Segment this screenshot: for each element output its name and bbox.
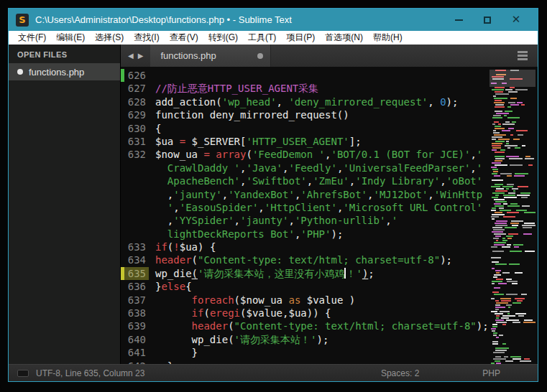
- code-text: ApacheBench','Swiftbot','ZmEu','Indy Lib…: [149, 174, 538, 187]
- code-line[interactable]: 642 }: [121, 360, 538, 364]
- sublime-logo-icon: S: [16, 14, 29, 27]
- code-line[interactable]: 630{: [121, 122, 538, 135]
- code-line[interactable]: ApacheBench','Swiftbot','ZmEu','Indy Lib…: [121, 174, 538, 187]
- indentation-setting[interactable]: Spaces: 2: [381, 368, 419, 378]
- line-number: [124, 162, 149, 174]
- line-number: 627: [124, 82, 149, 95]
- line-number: 637: [124, 294, 149, 307]
- code-text: $now_ua = array('FeedDemon ','BOT/0.1 (B…: [149, 148, 538, 161]
- tab-bar: ◀ ▶ functions.php: [121, 45, 538, 67]
- line-number: [124, 228, 149, 241]
- code-text: }else{: [149, 280, 538, 293]
- open-files-header: OPEN FILES: [9, 45, 120, 63]
- line-number: 629: [124, 108, 149, 121]
- tab-modified-dot-icon: [257, 53, 263, 59]
- code-text: ,'YYSpider','jaunty','Python-urllib',': [149, 214, 538, 227]
- sublime-window: S C:\Users\Administrator\Desktop\functio…: [8, 8, 538, 382]
- code-text: //防止恶意HTTP_USER_AGENT采集: [149, 82, 538, 95]
- line-number: 628: [124, 95, 149, 108]
- code-line[interactable]: ,'YYSpider','jaunty','Python-urllib',': [121, 214, 538, 227]
- tab-label: functions.php: [160, 50, 257, 61]
- line-number: [124, 174, 149, 187]
- line-number: 626: [124, 69, 149, 82]
- menu-item-8[interactable]: 首选项(N): [320, 31, 368, 45]
- line-number: [124, 214, 149, 227]
- code-text: if(eregi($value,$ua)) {: [149, 307, 538, 319]
- code-line[interactable]: 634header("Content-type: text/html; char…: [121, 253, 538, 266]
- menu-item-7[interactable]: 项目(P): [281, 31, 320, 45]
- code-text: wp_die('请勿采集本站！');: [149, 333, 538, 346]
- line-number: 631: [124, 135, 149, 148]
- line-number: 636: [124, 280, 149, 293]
- code-line[interactable]: 632$now_ua = array('FeedDemon ','BOT/0.1…: [121, 148, 538, 161]
- file-name: functions.php: [29, 67, 84, 78]
- code-line[interactable]: 628add_action('wp_head', 'deny_mirrored_…: [121, 95, 538, 108]
- menu-item-0[interactable]: 文件(F): [13, 31, 51, 45]
- menu-item-3[interactable]: 查找(I): [129, 31, 164, 45]
- menu-item-1[interactable]: 编辑(E): [51, 31, 90, 45]
- code-text: foreach($now_ua as $value ): [149, 294, 538, 307]
- file-modified-dot-icon: [17, 69, 23, 75]
- code-line[interactable]: 639 header("Content-type: text/html; cha…: [121, 319, 538, 332]
- menu-item-6[interactable]: 工具(T): [243, 31, 281, 45]
- line-number: 639: [124, 319, 149, 332]
- code-line[interactable]: 641 }: [121, 346, 538, 359]
- minimize-icon: [455, 19, 463, 21]
- status-bar: UTF-8, Line 635, Column 23 Spaces: 2 PHP: [9, 364, 538, 381]
- code-text: add_action('wp_head', 'deny_mirrored_req…: [149, 95, 538, 108]
- code-editor[interactable]: 626627//防止恶意HTTP_USER_AGENT采集628add_acti…: [121, 67, 538, 364]
- menu-item-2[interactable]: 选择(S): [90, 31, 129, 45]
- code-line[interactable]: 635wp_die('请勿采集本站，这里没有小鸡鸡！');: [121, 267, 538, 280]
- code-text: if(!$ua) {: [149, 241, 538, 253]
- menu-item-4[interactable]: 查看(V): [165, 31, 203, 45]
- code-line[interactable]: 627//防止恶意HTTP_USER_AGENT采集: [121, 82, 538, 95]
- minimap[interactable]: [489, 68, 535, 364]
- code-line[interactable]: 626: [121, 69, 538, 82]
- tab-overflow-menu-icon[interactable]: [507, 45, 538, 67]
- tab-history-back-icon[interactable]: ◀: [128, 52, 134, 60]
- code-line[interactable]: lightDeckReports Bot','PHP');: [121, 228, 538, 241]
- code-text: [149, 69, 538, 82]
- menu-item-5[interactable]: 转到(G): [203, 31, 243, 45]
- code-text: function deny_mirrored_request(): [149, 108, 538, 121]
- minimap-viewport[interactable]: [489, 70, 535, 87]
- code-line[interactable]: 631$ua = $_SERVER['HTTP_USER_AGENT'];: [121, 135, 538, 148]
- close-button[interactable]: ✕: [502, 9, 530, 31]
- menu-item-9[interactable]: 帮助(H): [368, 31, 408, 45]
- tab-functions-php[interactable]: functions.php: [150, 45, 271, 67]
- line-number: [124, 188, 149, 201]
- line-number: 635: [124, 267, 149, 280]
- code-line[interactable]: 638 if(eregi($value,$ua)) {: [121, 307, 538, 319]
- line-number: 640: [124, 333, 149, 346]
- code-line[interactable]: ','EasouSpider','HttpClient','Microsoft …: [121, 201, 538, 214]
- menu-bar: 文件(F)编辑(E)选择(S)查找(I)查看(V)转到(G)工具(T)项目(P)…: [9, 31, 538, 45]
- line-number: 641: [124, 346, 149, 359]
- code-line[interactable]: 640 wp_die('请勿采集本站！');: [121, 333, 538, 346]
- minimize-button[interactable]: [444, 9, 473, 31]
- code-text: }: [149, 360, 538, 364]
- code-text: ,'jaunty','YandexBot','AhrefsBot','MJ12b…: [149, 188, 538, 201]
- line-number: 634: [124, 253, 149, 266]
- tab-history-forward-icon[interactable]: ▶: [138, 52, 144, 60]
- code-text: wp_die('请勿采集本站，这里没有小鸡鸡！');: [149, 267, 538, 280]
- syntax-setting[interactable]: PHP: [482, 368, 500, 378]
- code-line[interactable]: 637 foreach($now_ua as $value ): [121, 294, 538, 307]
- code-line[interactable]: 629function deny_mirrored_request(): [121, 108, 538, 121]
- code-text: {: [149, 122, 538, 135]
- title-bar[interactable]: S C:\Users\Administrator\Desktop\functio…: [9, 9, 538, 31]
- cursor-position-label: UTF-8, Line 635, Column 23: [36, 368, 144, 378]
- code-line[interactable]: ,'jaunty','YandexBot','AhrefsBot','MJ12b…: [121, 188, 538, 201]
- maximize-button[interactable]: [473, 9, 502, 31]
- close-icon: ✕: [512, 14, 521, 25]
- sidebar-item-functions-php[interactable]: functions.php: [9, 63, 120, 80]
- code-line[interactable]: CrawlDaddy ','Java','Feedly','UniversalF…: [121, 162, 538, 174]
- line-number: 638: [124, 307, 149, 319]
- code-text: $ua = $_SERVER['HTTP_USER_AGENT'];: [149, 135, 538, 148]
- line-number: 630: [124, 122, 149, 135]
- code-text: ','EasouSpider','HttpClient','Microsoft …: [149, 201, 538, 214]
- line-number: 633: [124, 241, 149, 253]
- code-line[interactable]: 633if(!$ua) {: [121, 241, 538, 253]
- code-line[interactable]: 636}else{: [121, 280, 538, 293]
- vintage-mode-icon[interactable]: [17, 370, 29, 377]
- line-number: 632: [124, 148, 149, 161]
